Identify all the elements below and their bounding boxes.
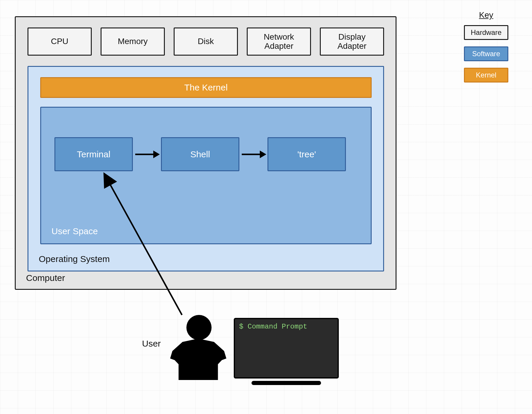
hardware-row: CPU Memory Disk NetworkAdapter DisplayAd… xyxy=(28,28,384,56)
hw-memory: Memory xyxy=(101,28,165,56)
hw-cpu: CPU xyxy=(28,28,92,56)
operating-system-container: The Kernel Terminal Shell 'tree' User Sp… xyxy=(28,66,384,271)
kernel-bar: The Kernel xyxy=(40,77,372,98)
user-space-label: User Space xyxy=(51,226,98,236)
computer-label: Computer xyxy=(26,273,65,283)
arrow-shell-to-tree xyxy=(239,151,267,158)
user-space-container: Terminal Shell 'tree' User Space xyxy=(40,107,372,244)
arrow-terminal-to-shell xyxy=(133,151,161,158)
legend-kernel: Kernel xyxy=(464,68,508,83)
user-label: User xyxy=(142,339,161,349)
process-row: Terminal Shell 'tree' xyxy=(54,137,346,171)
user-icon xyxy=(170,315,226,383)
operating-system-label: Operating System xyxy=(39,254,110,264)
process-terminal: Terminal xyxy=(54,137,133,171)
monitor-stand xyxy=(252,381,321,385)
hw-network-adapter: NetworkAdapter xyxy=(247,28,311,56)
legend-software: Software xyxy=(464,46,508,61)
user-area: User $ Command Prompt xyxy=(142,310,355,399)
process-shell: Shell xyxy=(161,137,239,171)
hw-disk: Disk xyxy=(174,28,238,56)
process-tree: 'tree' xyxy=(267,137,346,171)
legend-hardware: Hardware xyxy=(464,25,508,40)
monitor: $ Command Prompt xyxy=(234,318,339,379)
hw-display-adapter: DisplayAdapter xyxy=(320,28,384,56)
command-prompt-text: $ Command Prompt xyxy=(239,323,333,331)
computer-container: CPU Memory Disk NetworkAdapter DisplayAd… xyxy=(15,16,396,290)
legend: Key Hardware Software Kernel xyxy=(461,10,511,89)
legend-title: Key xyxy=(461,10,511,20)
